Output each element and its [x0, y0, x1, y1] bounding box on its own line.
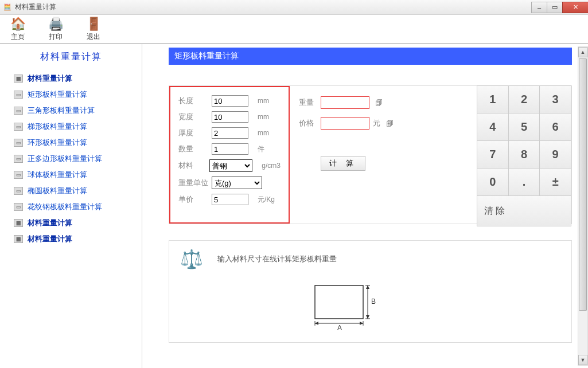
nav-list: ▦材料重量计算 ▭矩形板料重量计算 ▭三角形板料重量计算 ▭梯形板料重量计算 ▭… — [5, 73, 137, 244]
main: 材料重量计算 ▦材料重量计算 ▭矩形板料重量计算 ▭三角形板料重量计算 ▭梯形板… — [0, 44, 588, 368]
key-5[interactable]: 5 — [508, 113, 540, 141]
input-panel: 长度 mm 宽度 mm 厚度 mm 数量 — [169, 86, 290, 224]
exit-button[interactable]: 🚪 退出 — [86, 17, 101, 42]
app-icon: 🧮 — [3, 3, 11, 11]
sidebar-item-ring[interactable]: ▭环形板料重量计算 — [14, 138, 137, 148]
sidebar-item-rect[interactable]: ▭矩形板料重量计算 — [14, 89, 137, 100]
svg-rect-0 — [315, 285, 363, 319]
key-2[interactable]: 2 — [508, 85, 540, 113]
sidebar-item-label: 材料重量计算 — [28, 234, 72, 244]
length-input[interactable] — [212, 95, 248, 107]
home-button[interactable]: 🏠 主页 — [10, 17, 25, 42]
copy-icon[interactable]: 🗐 — [386, 119, 394, 128]
sidebar-item-label: 球体板料重量计算 — [28, 170, 87, 180]
material-unit: g/cm3 — [262, 162, 281, 170]
item-icon: ▭ — [14, 203, 23, 211]
key-8[interactable]: 8 — [508, 140, 540, 169]
weight-output-label: 重量 — [299, 97, 317, 108]
folder-icon: ▦ — [14, 235, 23, 243]
sidebar-item-root-2[interactable]: ▦材料重量计算 — [14, 218, 137, 228]
sidebar-item-root-3[interactable]: ▦材料重量计算 — [14, 234, 137, 244]
print-label: 打印 — [49, 32, 63, 42]
scroll-up-button[interactable]: ▲ — [578, 47, 587, 57]
sidebar-item-root-1[interactable]: ▦材料重量计算 — [14, 73, 137, 84]
output-panel: 重量 🗐 价格 元 🗐 计 算 — [290, 86, 477, 224]
weight-unit-label: 重量单位 — [178, 178, 211, 188]
key-0[interactable]: 0 — [477, 168, 509, 196]
key-plusminus[interactable]: ± — [539, 168, 571, 196]
width-label: 宽度 — [178, 112, 211, 122]
sidebar-item-label: 环形板料重量计算 — [28, 138, 87, 148]
unit-price-input[interactable] — [212, 194, 248, 205]
keypad: 1 2 3 4 5 6 7 8 9 0 . ± 清 除 — [477, 86, 571, 224]
sidebar-item-label: 椭圆板料重量计算 — [28, 186, 87, 196]
sidebar-item-label: 材料重量计算 — [28, 218, 72, 228]
price-output[interactable] — [321, 117, 369, 130]
price-output-label: 价格 — [299, 118, 317, 128]
sidebar-item-label: 梯形板料重量计算 — [28, 122, 87, 132]
info-panel: ⚖️ 输入材料尺寸在线计算矩形板料重量 A — [169, 240, 572, 343]
info-text: 输入材料尺寸在线计算矩形板料重量 — [217, 254, 337, 264]
price-output-unit: 元 — [373, 118, 380, 128]
key-dot[interactable]: . — [508, 168, 540, 196]
close-button[interactable]: ✕ — [562, 2, 588, 13]
sidebar-item-polygon[interactable]: ▭正多边形板料重量计算 — [14, 154, 137, 164]
sidebar-item-checkered[interactable]: ▭花纹钢板板料重量计算 — [14, 202, 137, 212]
shape-diagram: A B — [311, 282, 564, 335]
unit-price-label: 单价 — [178, 194, 211, 205]
length-unit: mm — [258, 97, 269, 105]
window-title: 材料重量计算 — [15, 2, 56, 12]
quantity-input[interactable] — [212, 143, 248, 155]
panel-header: 矩形板料重量计算 — [169, 48, 572, 65]
svg-marker-2 — [315, 322, 318, 325]
printer-icon: 🖨️ — [48, 17, 63, 32]
window-controls: – ▭ ✕ — [531, 2, 588, 13]
svg-marker-5 — [366, 285, 369, 289]
quantity-unit: 件 — [258, 144, 264, 154]
item-icon: ▭ — [14, 187, 23, 195]
thickness-input[interactable] — [212, 127, 248, 139]
toolbar: 🏠 主页 🖨️ 打印 🚪 退出 — [0, 15, 588, 44]
thickness-unit: mm — [258, 129, 269, 137]
dim-b-label: B — [371, 297, 376, 306]
dim-a-label: A — [337, 324, 342, 332]
weight-unit-select[interactable]: 克(g) — [212, 177, 262, 189]
material-select[interactable]: 普钢 — [209, 159, 252, 172]
home-icon: 🏠 — [10, 17, 25, 32]
key-clear[interactable]: 清 除 — [477, 195, 571, 226]
maximize-button[interactable]: ▭ — [547, 2, 563, 13]
key-1[interactable]: 1 — [477, 85, 509, 113]
sidebar-item-sphere[interactable]: ▭球体板料重量计算 — [14, 170, 137, 180]
svg-marker-3 — [360, 322, 363, 325]
calculate-button[interactable]: 计 算 — [321, 156, 365, 171]
print-button[interactable]: 🖨️ 打印 — [48, 17, 63, 42]
sidebar-item-label: 材料重量计算 — [28, 73, 72, 84]
key-7[interactable]: 7 — [477, 140, 509, 169]
sidebar-item-ellipse[interactable]: ▭椭圆板料重量计算 — [14, 186, 137, 196]
vertical-scrollbar[interactable]: ▲ ▼ — [578, 46, 588, 366]
weight-output[interactable] — [321, 96, 369, 109]
width-input[interactable] — [212, 111, 248, 123]
key-9[interactable]: 9 — [539, 140, 571, 169]
exit-label: 退出 — [87, 32, 100, 42]
sidebar-item-trapezoid[interactable]: ▭梯形板料重量计算 — [14, 122, 137, 132]
key-4[interactable]: 4 — [477, 113, 509, 141]
sidebar-title: 材料重量计算 — [5, 51, 137, 63]
sidebar-item-triangle[interactable]: ▭三角形板料重量计算 — [14, 105, 137, 116]
material-label: 材料 — [178, 160, 208, 171]
scroll-track[interactable] — [578, 57, 587, 355]
scroll-down-button[interactable]: ▼ — [578, 355, 587, 365]
key-3[interactable]: 3 — [539, 85, 571, 113]
svg-marker-6 — [366, 315, 369, 319]
item-icon: ▭ — [14, 139, 23, 147]
key-6[interactable]: 6 — [539, 113, 571, 141]
item-icon: ▭ — [14, 123, 23, 131]
minimize-button[interactable]: – — [531, 2, 547, 13]
sidebar-item-label: 花纹钢板板料重量计算 — [28, 202, 102, 212]
length-label: 长度 — [178, 96, 211, 106]
titlebar: 🧮 材料重量计算 – ▭ ✕ — [0, 0, 588, 15]
item-icon: ▭ — [14, 107, 23, 115]
copy-icon[interactable]: 🗐 — [375, 99, 383, 107]
door-icon: 🚪 — [86, 17, 101, 32]
scroll-thumb[interactable] — [579, 58, 587, 311]
